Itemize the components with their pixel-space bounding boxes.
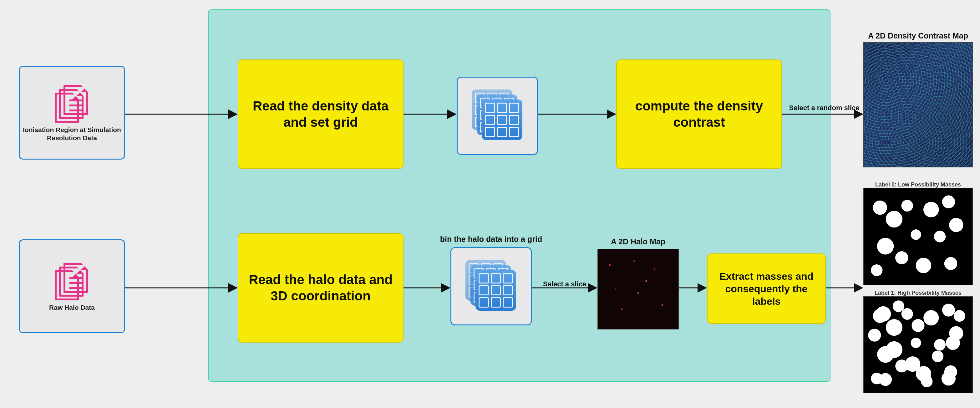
label1-image bbox=[863, 296, 973, 393]
label0-image bbox=[863, 188, 973, 285]
halo-grid-cube bbox=[450, 247, 532, 325]
process-compute-contrast: compute the density contrast bbox=[616, 59, 782, 169]
input-ionisation-data: Ionisation Region at Simulation Resoluti… bbox=[19, 66, 125, 159]
process-read-density: Read the density data and set grid bbox=[238, 59, 404, 169]
output-label-maps: Label 0: Low Possibility Masses Label 1:… bbox=[863, 182, 973, 397]
caption-label0: Label 0: Low Possibility Masses bbox=[863, 182, 973, 188]
input-halo-caption: Raw Halo Data bbox=[49, 303, 95, 312]
process-extract-masses-label: Extract masses and consequently the labe… bbox=[717, 270, 816, 308]
caption-bin-halo: bin the halo data into a grid bbox=[432, 235, 550, 244]
documents-icon bbox=[55, 85, 89, 123]
process-read-density-label: Read the density data and set grid bbox=[248, 98, 393, 131]
process-read-halo: Read the halo data and 3D coordination bbox=[238, 233, 404, 343]
arrow-label-select-random-slice: Select a random slice bbox=[785, 104, 863, 112]
cube-stack-icon bbox=[469, 88, 525, 144]
process-compute-contrast-label: compute the density contrast bbox=[626, 98, 772, 131]
output-density-contrast-map bbox=[863, 42, 973, 167]
caption-density-map: A 2D Density Contrast Map bbox=[863, 31, 973, 40]
caption-halo-map: A 2D Halo Map bbox=[597, 237, 679, 246]
documents-icon bbox=[55, 263, 89, 300]
process-read-halo-label: Read the halo data and 3D coordination bbox=[248, 272, 393, 304]
arrow-label-select-slice: Select a slice bbox=[536, 280, 593, 288]
process-extract-masses: Extract masses and consequently the labe… bbox=[707, 253, 826, 324]
cube-stack-icon bbox=[463, 258, 519, 314]
input-ionisation-caption: Ionisation Region at Simulation Resoluti… bbox=[23, 126, 121, 142]
density-grid-cube bbox=[457, 76, 538, 155]
caption-label1: Label 1: High Possibility Masses bbox=[863, 290, 973, 296]
output-halo-map bbox=[597, 249, 679, 330]
input-raw-halo-data: Raw Halo Data bbox=[19, 239, 125, 333]
